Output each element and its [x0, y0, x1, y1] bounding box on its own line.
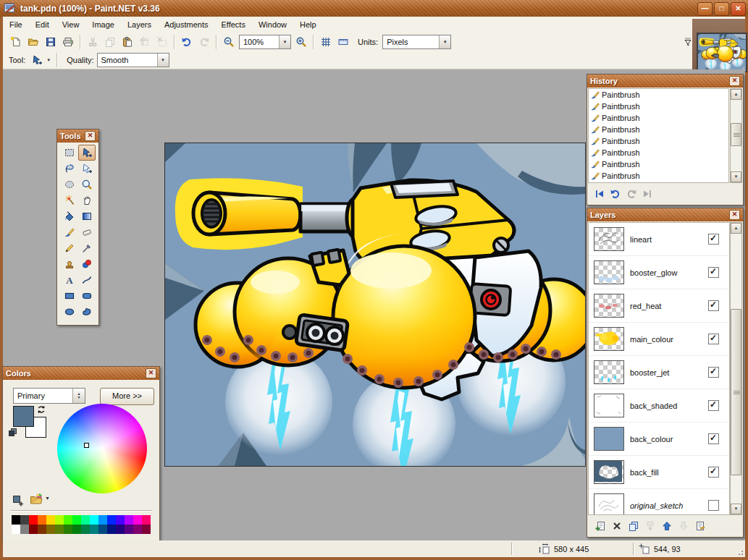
- layer-visibility-checkbox[interactable]: [708, 500, 719, 511]
- tool-rectangle-select[interactable]: [61, 145, 78, 161]
- tool-rectangle[interactable]: [61, 288, 78, 304]
- palette-color[interactable]: [46, 525, 55, 534]
- color-mode-spinner[interactable]: ▲▼: [72, 389, 85, 403]
- palette-color[interactable]: [125, 525, 133, 534]
- scroll-thumb[interactable]: [731, 123, 741, 146]
- layer-row-main_colour[interactable]: main_colour: [589, 323, 729, 356]
- palette-color[interactable]: [116, 515, 125, 525]
- new-button[interactable]: [7, 34, 25, 50]
- color-wheel-cursor[interactable]: [84, 443, 89, 448]
- tool-clone-stamp[interactable]: [61, 256, 78, 272]
- history-item[interactable]: Paintbrush: [589, 170, 728, 182]
- move-layer-up-button[interactable]: [658, 519, 675, 533]
- units-combo-arrow[interactable]: ▼: [439, 35, 450, 48]
- menu-item-view[interactable]: View: [56, 17, 86, 33]
- palette-color[interactable]: [142, 525, 151, 534]
- tool-zoom[interactable]: [78, 177, 96, 192]
- layers-scrollbar[interactable]: ▲ ▼: [730, 222, 742, 515]
- more-button[interactable]: More >>: [100, 388, 154, 405]
- palette-color[interactable]: [98, 515, 107, 525]
- ruler-toggle-button[interactable]: [335, 34, 352, 50]
- tool-recolor[interactable]: [78, 256, 96, 272]
- layer-row-booster_glow[interactable]: booster_glow: [589, 256, 729, 289]
- palette-color[interactable]: [142, 515, 151, 525]
- zoom-level-combo-arrow[interactable]: ▼: [279, 35, 290, 48]
- history-item[interactable]: Paintbrush: [589, 135, 728, 147]
- tools-panel-titlebar[interactable]: Tools ✕: [57, 130, 98, 143]
- paste-button[interactable]: [119, 34, 136, 50]
- layer-row-booster_jet[interactable]: booster_jet: [589, 356, 729, 389]
- layer-row-back_shaded[interactable]: back_shaded: [589, 389, 729, 423]
- tool-pan[interactable]: [78, 192, 96, 208]
- palette-color[interactable]: [81, 515, 90, 525]
- history-item[interactable]: Paintbrush: [589, 124, 728, 135]
- layer-row-lineart[interactable]: lineart: [589, 223, 729, 256]
- palette-color[interactable]: [38, 515, 46, 525]
- palette-color[interactable]: [29, 525, 38, 534]
- palette-color[interactable]: [46, 515, 55, 525]
- menu-item-edit[interactable]: Edit: [29, 17, 56, 33]
- layer-visibility-checkbox[interactable]: [708, 300, 719, 311]
- tool-lasso-select[interactable]: [61, 161, 78, 177]
- scroll-up-button[interactable]: ▲: [731, 89, 741, 100]
- tool-freeform-shape[interactable]: [78, 304, 96, 320]
- colors-panel-close-button[interactable]: ✕: [146, 368, 156, 378]
- tool-rounded-rectangle[interactable]: [78, 288, 96, 304]
- tool-color-picker[interactable]: [78, 240, 96, 256]
- palette-color[interactable]: [116, 525, 125, 534]
- layer-visibility-checkbox[interactable]: [708, 467, 719, 478]
- history-scrollbar[interactable]: ▲ ▼: [730, 88, 742, 183]
- layer-visibility-checkbox[interactable]: [708, 367, 719, 378]
- layer-row-back_fill[interactable]: back_fill: [589, 456, 729, 489]
- merge-down-button[interactable]: [642, 519, 658, 533]
- tool-move-selected-pixels[interactable]: [78, 145, 96, 161]
- palette-color[interactable]: [12, 525, 20, 534]
- copy-button[interactable]: [101, 34, 119, 50]
- image-thumbnail[interactable]: [697, 33, 747, 72]
- zoom-in-button[interactable]: [293, 34, 310, 50]
- history-item[interactable]: Paintbrush: [589, 89, 728, 101]
- history-item[interactable]: Paintbrush: [589, 101, 728, 112]
- deselect-button[interactable]: [154, 34, 171, 50]
- layer-visibility-checkbox[interactable]: [708, 234, 719, 245]
- history-fast-forward-button[interactable]: [639, 187, 655, 201]
- grid-toggle-button[interactable]: [317, 34, 335, 50]
- history-undo-button[interactable]: [608, 187, 623, 201]
- tool-gradient[interactable]: [78, 208, 96, 224]
- palette-color[interactable]: [72, 515, 81, 525]
- maximize-button[interactable]: □: [714, 2, 729, 16]
- tool-eraser[interactable]: [78, 224, 96, 240]
- duplicate-layer-button[interactable]: [625, 519, 642, 533]
- history-item[interactable]: Paintbrush: [589, 182, 728, 183]
- redo-button[interactable]: [196, 34, 213, 50]
- tool-move-selection[interactable]: [78, 161, 96, 177]
- palette-color[interactable]: [55, 525, 64, 534]
- palette-color[interactable]: [20, 525, 29, 534]
- delete-layer-button[interactable]: [608, 519, 625, 533]
- cut-button[interactable]: [84, 34, 101, 50]
- layer-visibility-checkbox[interactable]: [708, 334, 719, 344]
- tools-panel-close-button[interactable]: ✕: [85, 131, 96, 141]
- add-layer-button[interactable]: [592, 519, 608, 533]
- resize-grip[interactable]: [736, 548, 743, 555]
- menu-item-image[interactable]: Image: [85, 17, 121, 33]
- palette-color[interactable]: [125, 515, 133, 525]
- tool-text[interactable]: A: [61, 272, 78, 288]
- layers-panel-close-button[interactable]: ✕: [729, 210, 740, 220]
- palette-color[interactable]: [55, 515, 64, 525]
- menu-item-file[interactable]: File: [3, 17, 29, 33]
- palette-color[interactable]: [72, 525, 81, 534]
- mini-swatch-icon[interactable]: [8, 428, 18, 438]
- palette-color[interactable]: [133, 515, 142, 525]
- color-wheel[interactable]: [57, 404, 147, 493]
- colors-panel-titlebar[interactable]: Colors ✕: [3, 367, 159, 380]
- palette-color[interactable]: [90, 515, 98, 525]
- palette-color[interactable]: [64, 525, 72, 534]
- palette-color[interactable]: [107, 525, 116, 534]
- palette-color[interactable]: [107, 515, 116, 525]
- palette-color[interactable]: [20, 515, 29, 525]
- history-item[interactable]: Paintbrush: [589, 158, 728, 170]
- undo-button[interactable]: [178, 34, 196, 50]
- current-tool-icon[interactable]: [28, 52, 46, 68]
- title-bar[interactable]: tank.pdn (100%) - Paint.NET v3.36 —□✕: [0, 0, 748, 17]
